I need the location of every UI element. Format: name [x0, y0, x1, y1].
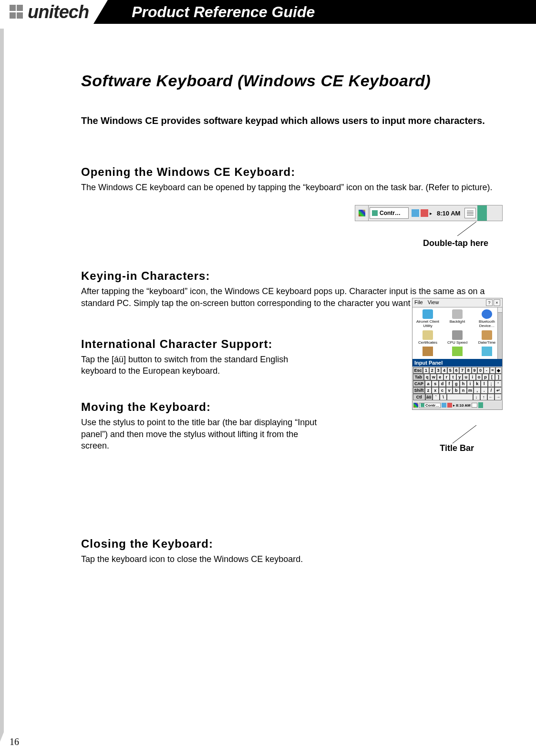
header-title: Product Reference Guide [132, 3, 315, 21]
taskbar-clock: 8:10 AM [434, 210, 463, 217]
kp-key: g [453, 380, 460, 387]
kp-menu-file: File [414, 299, 423, 306]
kp-key: a [425, 380, 432, 387]
kp-key: u [463, 374, 469, 380]
section-closing: Closing the Keyboard: Tap the keyboard i… [81, 537, 503, 565]
kp-key [447, 394, 473, 400]
kp-key: ' [495, 380, 502, 387]
section-moving: Moving the Keyboard: Use the stylus to p… [81, 400, 320, 451]
kp-key: s [432, 380, 439, 387]
taskbar-app-button: Contr… [370, 207, 409, 219]
kp-key: 1 [423, 367, 429, 374]
section-opening: Opening the Windows CE Keyboard: The Win… [81, 165, 503, 193]
kp-key: áü [425, 394, 433, 400]
kp-key: Ctl [413, 394, 425, 400]
kp-key: \ [440, 394, 447, 400]
kp-key: , [474, 387, 481, 394]
kp-keyboard-icon [472, 403, 477, 408]
section-moving-body: Use the stylus to point to the title bar… [81, 417, 320, 451]
kp-row-4: Ctláü`\ ↓↑←→ [413, 394, 502, 400]
kp-key: ◆ [495, 367, 502, 374]
kp-key: m [467, 387, 474, 394]
kp-row-1: Tabqwertyuiop[] [413, 374, 502, 380]
double-tap-callout: Double-tap here [423, 238, 488, 248]
kp-app-backlight: Backlight [443, 309, 472, 328]
tray-icons: ▸ [410, 209, 434, 217]
kp-key: 8 [465, 367, 472, 374]
kp-key: t [450, 374, 456, 380]
kp-key: / [488, 387, 495, 394]
kp-tray-arrow-icon: ▸ [453, 403, 455, 408]
kp-key: . [481, 387, 488, 394]
kp-app-button: Contr… [419, 403, 441, 408]
kp-key: Shift [413, 387, 425, 394]
kp-app-bluetooth: Bluetooth Device… [473, 309, 501, 328]
kp-key: ; [488, 380, 495, 387]
brand-logo-icon [10, 5, 24, 19]
section-opening-title: Opening the Windows CE Keyboard: [81, 165, 503, 179]
kp-menu-view: View [428, 299, 439, 306]
kp-app-9 [473, 347, 501, 357]
kp-menubar: File View ? × [412, 298, 502, 307]
kp-key: ] [495, 374, 502, 380]
kp-key: i [467, 380, 474, 387]
section-keying-title: Keying-in Characters: [81, 269, 503, 283]
section-intl-body: Tap the [áü] button to switch from the s… [81, 354, 320, 377]
kp-app-8 [443, 347, 472, 357]
kp-key: k [474, 380, 481, 387]
kp-key: h [460, 380, 467, 387]
kp-key: l [481, 380, 488, 387]
kp-row-3: Shiftzxcvbnm,./↵ [413, 387, 502, 394]
kp-row-2: CAPasdfghikl;' [413, 380, 502, 387]
kp-keyboard-keys: Esc1234567890-=◆ Tabqwertyuiop[] CAPasdf… [412, 367, 502, 401]
kp-app-cpuspeed: CPU Speed [443, 330, 472, 345]
kp-key: Tab [413, 374, 424, 380]
kp-app-7 [413, 347, 442, 357]
kp-key: x [432, 387, 439, 394]
section-closing-title: Closing the Keyboard: [81, 537, 503, 551]
kp-key: Esc [413, 367, 423, 374]
kp-control-panel-icons: Aironet Client Utility Backlight Bluetoo… [412, 307, 502, 359]
kp-key: o [476, 374, 483, 380]
kp-app-aironet: Aironet Client Utility [413, 309, 442, 328]
page-number: 16 [10, 736, 19, 747]
kp-app-datetime: Date/Time [473, 330, 501, 345]
kp-key: ↓ [473, 394, 480, 400]
kp-key: 6 [454, 367, 460, 374]
kp-key: → [495, 394, 502, 400]
desktop-icon [477, 205, 487, 221]
keyboard-panel-screenshot: File View ? × Aironet Client Utility Bac… [412, 298, 503, 410]
kp-scrollbar [497, 307, 502, 359]
kp-key: f [446, 380, 453, 387]
kp-desktop-icon [478, 402, 483, 408]
kp-key: - [484, 367, 490, 374]
kp-key: v [446, 387, 453, 394]
kp-taskbar: Contr… ▸ 8:10 AM [412, 401, 502, 409]
kp-key: ↵ [495, 387, 502, 394]
tray-icon-1 [412, 209, 419, 217]
kp-key: q [424, 374, 431, 380]
header-bar: unitech Product Reference Guide [0, 0, 536, 24]
tray-icon-2 [421, 209, 428, 217]
kp-key: 0 [477, 367, 484, 374]
brand-logo-area: unitech [0, 0, 93, 24]
kp-tray-icon-2 [447, 403, 452, 408]
page-title: Software Keyboard (Windows CE Keyboard) [81, 72, 503, 90]
kp-key: d [439, 380, 446, 387]
kp-input-panel-titlebar: Input Panel [412, 359, 502, 367]
brand-name: unitech [28, 2, 89, 22]
kp-key: z [425, 387, 432, 394]
kp-key: 2 [429, 367, 435, 374]
keyboard-icon [464, 208, 476, 218]
app-label: Contr… [380, 210, 401, 216]
kp-key: CAP [413, 380, 425, 387]
kp-key: ↑ [480, 394, 487, 400]
section-intl: International Character Support: Tap the… [81, 337, 320, 377]
kp-key: 7 [459, 367, 465, 374]
section-closing-body: Tap the keyboard icon to close the Windo… [81, 553, 503, 565]
kp-windows-flag-icon [413, 403, 418, 408]
app-icon [372, 210, 378, 216]
kp-key: b [453, 387, 460, 394]
title-bar-callout: Title Bar [440, 443, 474, 453]
kp-key: 5 [447, 367, 454, 374]
